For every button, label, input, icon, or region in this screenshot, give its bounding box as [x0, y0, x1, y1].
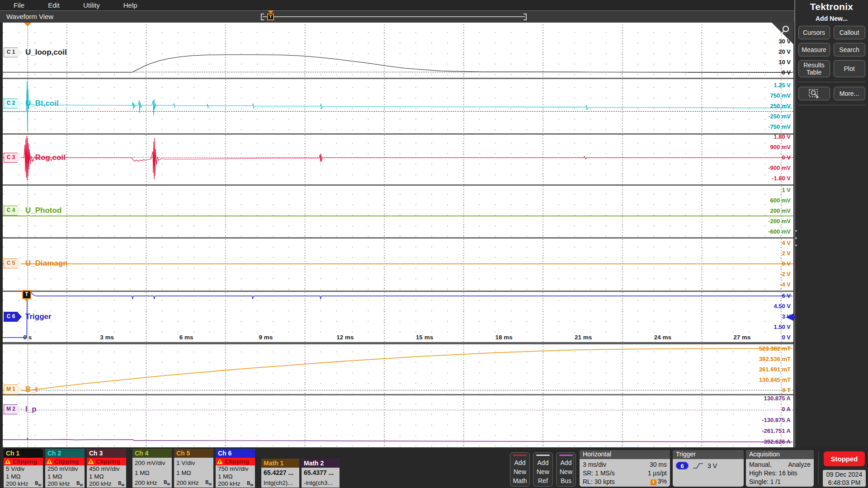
- zoom-select-button[interactable]: [798, 87, 830, 100]
- channel-label-c4: U_Photod: [25, 206, 61, 215]
- scale-label-c4: 200 mV: [770, 207, 791, 214]
- horizontal-panel[interactable]: Horizontal 3 ms/div30 msSR: 1 MS/s1 µs/p…: [580, 450, 670, 487]
- badge-ch3[interactable]: Ch 3!Clipping450 mV/div1 MΩ200 kHzBW: [87, 449, 126, 488]
- add-new-ref-button[interactable]: Add New Ref: [533, 452, 553, 487]
- warning-exclamation: !: [90, 460, 92, 464]
- channel-label-c3: U_Rog,coil: [25, 153, 66, 162]
- waveform-plot: C 1U_loop,coil30 V20 V10 V0 VC 2U_Bt,coi…: [3, 23, 793, 447]
- badge-row: 65.4227 ...: [261, 468, 299, 478]
- horizontal-value: RL: 30 kpts: [583, 478, 615, 485]
- acquisition-panel[interactable]: Acquisition Manual, Analyze High Res: 16…: [746, 450, 814, 487]
- badge-row: 1 MΩ: [87, 473, 126, 480]
- divider: [573, 452, 574, 485]
- scale-label-c1: 0 V: [782, 69, 791, 76]
- scale-label-c3: 900 mV: [770, 144, 791, 150]
- channel-label-m2: I_p: [25, 405, 37, 414]
- run-state-button[interactable]: Stopped: [824, 451, 865, 466]
- trigger-level-arrow-icon[interactable]: [786, 314, 793, 321]
- tab-waveform-view[interactable]: Waveform View: [6, 13, 53, 20]
- measure-button[interactable]: Measure: [798, 43, 830, 56]
- horizontal-row: 3 ms/div30 ms: [583, 460, 667, 469]
- more-button[interactable]: More...: [834, 87, 865, 100]
- trigger-panel[interactable]: Trigger 6 3 V: [673, 450, 744, 487]
- badge-row: 250 mV/div: [45, 465, 85, 473]
- warning-exclamation: !: [49, 460, 50, 464]
- badge-ch6[interactable]: Ch 6!Clipping750 mV/div1 MΩ200 kHzBW: [216, 449, 255, 488]
- horizontal-value: SR: 1 MS/s: [583, 469, 615, 477]
- minimap-trigger-marker-icon[interactable]: T: [267, 14, 274, 20]
- scale-label-m2: 130.875 A: [764, 395, 791, 402]
- badge-row: 450 mV/div: [87, 465, 126, 473]
- menu-item-utility[interactable]: Utility: [83, 1, 100, 9]
- time-tick-label: 3 ms: [100, 334, 114, 341]
- badge-math2[interactable]: Math 265.4377 ...-intg(ch3...: [302, 459, 340, 488]
- trigger-position-triangle-icon[interactable]: [24, 23, 31, 27]
- panel-drag-handle[interactable]: [794, 227, 798, 249]
- horizontal-minimap[interactable]: T: [261, 14, 527, 20]
- color-bar: [559, 455, 573, 456]
- add-buttons-group: Add New MathAdd New RefAdd New Bus: [510, 452, 576, 487]
- badge-row: 1 MΩ: [216, 473, 255, 480]
- time-tick-label: 21 ms: [575, 334, 592, 341]
- badge-ch1[interactable]: Ch 1!Clipping5 V/div1 MΩ200 kHzBW: [4, 449, 43, 488]
- scale-label-c4: -600 mV: [768, 228, 791, 235]
- menu-item-help[interactable]: Help: [123, 1, 137, 9]
- waveform-trace-c4: [3, 184, 793, 237]
- acquisition-panel-body: Manual, Analyze High Res: 16 bits Single…: [746, 459, 814, 487]
- badge-math1[interactable]: Math 165.4227 ...Intg(ch2)...: [261, 459, 299, 488]
- rising-edge-icon: [692, 462, 704, 469]
- trigger-panel-title: Trigger: [673, 450, 744, 459]
- badge-ch2[interactable]: Ch 2!Clipping250 mV/div1 MΩ200 kHzBW: [45, 449, 85, 488]
- scale-label-c5: -4 V: [780, 281, 791, 288]
- color-bar: [513, 455, 527, 456]
- horizontal-value: 3 ms/div: [583, 461, 606, 468]
- plot-button[interactable]: Plot: [834, 60, 865, 77]
- badge-ch5[interactable]: Ch 51 V/div1 MΩ200 kHzBW: [174, 449, 213, 488]
- bandwidth-icon: BW: [247, 481, 253, 487]
- add-new-buttons: CursorsCalloutMeasureSearchResults Table…: [795, 26, 868, 77]
- time-tick-label: 12 ms: [336, 334, 354, 341]
- menu-item-file[interactable]: File: [14, 1, 24, 9]
- acquisition-resolution: High Res: 16 bits: [749, 469, 797, 477]
- warning-exclamation: !: [7, 460, 9, 464]
- search-button[interactable]: Search: [834, 43, 865, 56]
- badge-row: Intg(ch2)...: [261, 478, 299, 488]
- trigger-source-marker-icon[interactable]: T: [22, 290, 31, 299]
- channel-label-c6: Trigger: [25, 312, 52, 321]
- date: 09 Dec 2024: [823, 470, 866, 479]
- time-tick-label: 24 ms: [654, 334, 671, 341]
- magnifier-icon: [779, 25, 791, 37]
- scale-label-c1: 10 V: [778, 59, 791, 66]
- scale-label-c4: -200 mV: [768, 218, 791, 225]
- time-tick-label: 27 ms: [733, 334, 750, 341]
- warning-exclamation: !: [219, 460, 221, 464]
- scale-label-m2: -392.626 A: [762, 438, 791, 445]
- channel-slice-c5: C 5U_Diamagn4 V2 V0 V-2 V-4 V: [3, 237, 793, 291]
- badge-row: 750 mV/div: [216, 465, 255, 473]
- time-tick-label: 15 ms: [416, 334, 433, 341]
- trigger-level-value: 3 V: [708, 462, 717, 469]
- minimap-left-bracket[interactable]: [261, 14, 264, 20]
- panel-row-2: More...: [795, 87, 868, 100]
- results-table-button[interactable]: Results Table: [798, 60, 830, 77]
- minimap-right-bracket[interactable]: [524, 14, 527, 20]
- clipping-warning: !Clipping: [87, 458, 126, 465]
- badge-row: 200 mV/div: [132, 458, 172, 468]
- badge-row: 200 kHzBW: [174, 478, 213, 488]
- badge-row: 200 kHzBW: [4, 480, 43, 488]
- acquisition-mode: Manual,: [749, 461, 772, 468]
- zoom-corner-button[interactable]: [772, 23, 793, 44]
- add-new-math-button[interactable]: Add New Math: [510, 452, 530, 487]
- scale-label-c2: 1.25 V: [774, 82, 791, 89]
- scale-label-m1: 523.382 mT: [759, 345, 791, 352]
- scale-label-c3: 1.80 V: [774, 133, 791, 140]
- acquisition-panel-title: Acquisition: [746, 450, 814, 459]
- callout-button[interactable]: Callout: [834, 26, 865, 39]
- waveform-trace-c5: [3, 237, 793, 291]
- cursors-button[interactable]: Cursors: [798, 26, 830, 39]
- scale-label-m2: -130.875 A: [762, 417, 791, 423]
- badge-row: -intg(ch3...: [302, 478, 340, 488]
- menu-item-edit[interactable]: Edit: [48, 1, 60, 9]
- badge-ch4[interactable]: Ch 4200 mV/div1 MΩ200 kHzBW: [132, 449, 172, 488]
- channel-label-c2: U_Bt,coil: [25, 99, 59, 108]
